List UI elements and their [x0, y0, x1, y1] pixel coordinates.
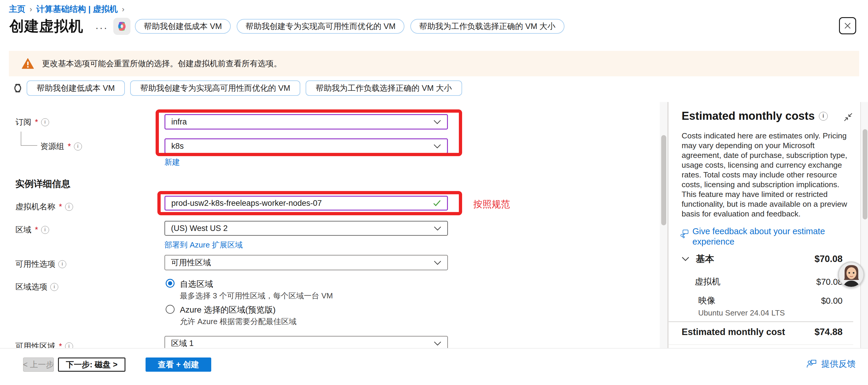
estimated-costs-panel: Estimated monthly costs i Costs indicate…	[668, 102, 860, 348]
warning-icon	[21, 58, 34, 69]
page-title: 创建虚拟机	[9, 17, 84, 36]
cost-total-amount: $74.88	[814, 327, 842, 338]
suggest-low-cost-vm-button[interactable]: 帮助我创建低成本 VM	[135, 19, 231, 34]
form-scrollbar-thumb[interactable]	[661, 135, 666, 225]
estimate-feedback-link[interactable]: Give feedback about your estimate experi…	[680, 226, 840, 247]
close-icon	[843, 21, 852, 30]
previous-step-button[interactable]: < 上一步	[23, 357, 54, 372]
instance-details-heading: 实例详细信息	[16, 178, 70, 190]
subscription-label: 订阅* i	[16, 117, 49, 127]
warning-banner: 更改基本选项可能会重置所做的选择。创建虚拟机前查看所有选项。	[9, 51, 859, 76]
breadcrumb-separator: ›	[30, 5, 32, 14]
basics-form: 订阅* i infra 资源组* i k8s 新建 实例详细信息 虚拟机名称* …	[0, 102, 660, 348]
chevron-down-icon	[682, 257, 689, 261]
required-marker: *	[35, 225, 38, 234]
suggest-low-cost-vm-button[interactable]: 帮助我创建低成本 VM	[27, 81, 125, 96]
divider	[669, 321, 853, 322]
costs-disclaimer: Costs indicated here are estimates only.…	[682, 131, 849, 219]
suggest-vm-size-button[interactable]: 帮助我为工作负载选择正确的 VM 大小	[306, 81, 462, 96]
availability-zone-dropdown[interactable]: 区域 1	[164, 336, 448, 348]
info-icon[interactable]: i	[41, 226, 49, 234]
panel-scrollbar-thumb[interactable]	[863, 129, 867, 219]
breadcrumb-separator: ›	[122, 5, 125, 14]
panel-scrollbar-track[interactable]	[860, 102, 868, 348]
warning-text: 更改基本选项可能会重置所做的选择。创建虚拟机前查看所有选项。	[42, 58, 282, 69]
next-step-disks-button[interactable]: 下一步: 磁盘 >	[58, 357, 125, 372]
cost-group-name: 基本	[696, 253, 714, 265]
divider	[669, 345, 853, 345]
breadcrumb: 主页 › 计算基础结构 | 虚拟机 ›	[9, 4, 125, 15]
info-icon[interactable]: i	[65, 343, 73, 348]
chevron-down-icon	[434, 260, 441, 265]
header-suggestion-buttons: 帮助我创建低成本 VM 帮助我创建专为实现高可用性而优化的 VM 帮助我为工作负…	[135, 19, 564, 34]
info-icon[interactable]: i	[74, 142, 82, 151]
chevron-down-icon	[433, 120, 441, 124]
suggest-high-availability-vm-button[interactable]: 帮助我创建专为实现高可用性而优化的 VM	[130, 81, 300, 96]
required-marker: *	[35, 118, 38, 127]
copilot-icon	[116, 21, 127, 32]
copilot-suggestion-buttons: 帮助我创建低成本 VM 帮助我创建专为实现高可用性而优化的 VM 帮助我为工作负…	[27, 81, 462, 96]
zone-options-label: 区域选项 i	[16, 282, 58, 292]
cost-total-label: Estimated monthly cost	[682, 327, 785, 338]
vm-name-label: 虚拟机名称* i	[16, 201, 73, 212]
more-options-ellipsis[interactable]: ···	[95, 22, 108, 33]
availability-options-dropdown[interactable]: 可用性区域	[164, 255, 448, 270]
tree-connector-vertical	[21, 132, 21, 145]
chevron-down-icon	[434, 341, 441, 346]
info-icon[interactable]: i	[50, 283, 58, 291]
review-create-button[interactable]: 查看 + 创建	[146, 357, 211, 372]
region-label: 区域* i	[16, 224, 49, 235]
feedback-person-icon	[806, 359, 817, 369]
required-marker: *	[59, 202, 62, 212]
tree-connector-horizontal	[21, 145, 37, 146]
valid-check-icon	[433, 200, 441, 207]
self-select-zones-radio[interactable]	[166, 279, 175, 288]
create-new-resource-group-link[interactable]: 新建	[164, 157, 180, 167]
breadcrumb-home[interactable]: 主页	[9, 4, 26, 15]
cost-item-name: 虚拟机	[695, 276, 720, 288]
info-icon[interactable]: i	[819, 112, 828, 121]
cost-item-amount: $0.00	[821, 296, 842, 306]
chevron-down-icon	[433, 144, 441, 149]
costs-panel-title: Estimated monthly costs i	[682, 110, 828, 122]
chevron-down-icon	[434, 226, 441, 231]
azure-selected-zones-option[interactable]: Azure 选择的区域(预览版)	[180, 304, 276, 316]
info-icon[interactable]: i	[58, 260, 66, 268]
cost-group-row[interactable]: 基本 $70.08	[682, 253, 842, 265]
copilot-outline-icon	[11, 82, 24, 96]
breadcrumb-section[interactable]: 计算基础结构 | 虚拟机	[36, 4, 118, 15]
deploy-edge-zone-link[interactable]: 部署到 Azure 扩展区域	[164, 240, 243, 250]
info-icon[interactable]: i	[65, 203, 73, 211]
self-select-zones-desc: 最多选择 3 个可用性区域，每个区域一台 VM	[180, 291, 333, 301]
cost-item-row: 虚拟机 $70.08	[695, 276, 842, 288]
feedback-bubbles-icon	[680, 229, 689, 239]
azure-selected-zones-radio[interactable]	[166, 305, 175, 314]
provide-feedback-link[interactable]: 提供反馈	[806, 358, 856, 370]
cost-group-amount: $70.08	[814, 254, 842, 264]
availability-zone-label: 可用性区域* i	[16, 341, 73, 348]
resource-group-dropdown[interactable]: k8s	[164, 138, 448, 154]
required-marker: *	[59, 342, 62, 348]
cost-item-name: 映像	[698, 295, 715, 307]
availability-options-label: 可用性选项 i	[16, 259, 66, 269]
annotation-text: 按照规范	[473, 198, 510, 211]
info-icon[interactable]: i	[41, 118, 49, 126]
cost-item-row: 映像 $0.00	[698, 295, 842, 307]
avatar[interactable]	[838, 261, 864, 288]
form-scrollbar-track[interactable]	[660, 102, 668, 348]
azure-selected-zones-desc: 允许 Azure 根据需要分配最佳区域	[180, 316, 297, 327]
copilot-button[interactable]	[113, 18, 130, 35]
region-dropdown[interactable]: (US) West US 2	[164, 221, 448, 236]
suggest-high-availability-vm-button[interactable]: 帮助我创建专为实现高可用性而优化的 VM	[237, 19, 404, 34]
required-marker: *	[68, 142, 71, 151]
cost-total-row: Estimated monthly cost $74.88	[682, 327, 842, 338]
suggest-vm-size-button[interactable]: 帮助我为工作负载选择正确的 VM 大小	[410, 19, 564, 34]
self-select-zones-option[interactable]: 自选区域	[180, 279, 213, 290]
resource-group-label: 资源组* i	[40, 141, 82, 152]
footer-bar: < 上一步 下一步: 磁盘 > 查看 + 创建 提供反馈	[0, 348, 868, 385]
subscription-dropdown[interactable]: infra	[164, 114, 448, 130]
close-button[interactable]	[839, 17, 856, 34]
cost-item-sub: Ubuntu Server 24.04 LTS	[698, 309, 785, 318]
collapse-panel-icon[interactable]	[843, 112, 853, 122]
vm-name-input[interactable]: prod-usw2-k8s-freeleaps-worker-nodes-07	[164, 196, 448, 211]
